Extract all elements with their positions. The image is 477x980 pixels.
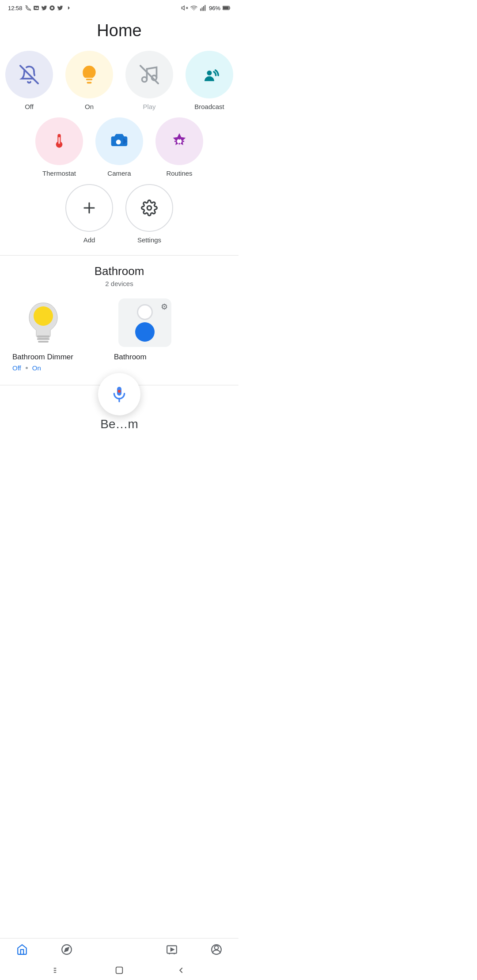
shortcuts-row-1: Off On Play bbox=[0, 51, 238, 117]
svg-point-17 bbox=[142, 77, 147, 82]
dimmer-bulb-icon bbox=[21, 298, 65, 347]
dimmer-on-btn[interactable]: On bbox=[32, 364, 41, 372]
dimmer-name: Bathroom Dimmer bbox=[12, 353, 73, 362]
switch-bottom-circle bbox=[135, 322, 155, 342]
plus-icon bbox=[81, 200, 98, 216]
bathroom-subtitle: 2 devices bbox=[0, 280, 238, 296]
mute-icon bbox=[181, 4, 188, 11]
device-dimmer[interactable]: Bathroom Dimmer Off On bbox=[12, 296, 101, 372]
notif-icons bbox=[25, 5, 71, 11]
svg-rect-33 bbox=[38, 341, 49, 343]
svg-point-29 bbox=[147, 206, 151, 210]
status-bar: 12:58 96% bbox=[0, 0, 238, 14]
thermostat-icon bbox=[49, 132, 69, 151]
battery-pct: 96% bbox=[209, 5, 220, 11]
shortcut-thermostat-label: Thermostat bbox=[42, 170, 76, 177]
shortcut-off[interactable]: Off bbox=[5, 51, 53, 110]
shortcut-routines-label: Routines bbox=[166, 170, 192, 177]
svg-point-36 bbox=[118, 390, 121, 393]
bell-off-icon bbox=[19, 65, 39, 84]
svg-point-5 bbox=[51, 7, 53, 9]
next-section-label: Be…m bbox=[100, 417, 138, 431]
shortcut-on[interactable]: On bbox=[65, 51, 113, 110]
switch-gear-icon: ⚙ bbox=[161, 302, 168, 312]
next-section: Be…m bbox=[0, 417, 238, 434]
svg-point-30 bbox=[34, 306, 53, 326]
battery-icon bbox=[223, 5, 231, 11]
shortcut-play-label: Play bbox=[143, 103, 155, 110]
shortcut-off-label: Off bbox=[25, 103, 34, 110]
bathroom-name: Bathroom bbox=[114, 353, 147, 362]
bathroom-section: Bathroom 2 devices Bathroom Dimmer bbox=[0, 264, 238, 372]
svg-point-20 bbox=[207, 71, 212, 75]
photo-icon bbox=[33, 5, 39, 11]
bathroom-title: Bathroom bbox=[0, 264, 238, 280]
shortcut-camera[interactable]: Camera bbox=[95, 117, 143, 177]
page-title: Home bbox=[0, 14, 238, 51]
missed-call-icon bbox=[25, 5, 31, 11]
music-off-icon bbox=[140, 65, 159, 84]
svg-rect-23 bbox=[58, 137, 60, 144]
status-time: 12:58 bbox=[8, 5, 23, 11]
svg-line-15 bbox=[20, 66, 38, 83]
device-bathroom[interactable]: ⚙ Bathroom bbox=[114, 296, 202, 372]
svg-rect-14 bbox=[223, 7, 229, 10]
shortcuts-row-2: Thermostat Camera Routines bbox=[0, 117, 238, 184]
shortcut-routines[interactable]: Routines bbox=[155, 117, 203, 177]
shortcut-on-label: On bbox=[85, 103, 94, 110]
music-icon bbox=[49, 5, 55, 11]
shortcut-camera-label: Camera bbox=[107, 170, 131, 177]
svg-point-25 bbox=[116, 139, 121, 144]
dimmer-controls: Off On bbox=[12, 364, 41, 372]
signal-icon bbox=[200, 4, 207, 11]
devices-row: Bathroom Dimmer Off On ⚙ Bathroom bbox=[0, 296, 238, 372]
shortcut-settings[interactable]: Settings bbox=[125, 184, 173, 244]
arrow-icon bbox=[65, 5, 71, 11]
twitter-icon-1 bbox=[41, 5, 47, 11]
shortcut-broadcast-label: Broadcast bbox=[194, 103, 224, 110]
section-divider bbox=[0, 255, 238, 256]
svg-rect-11 bbox=[203, 6, 204, 11]
dimmer-off-btn[interactable]: Off bbox=[12, 364, 21, 372]
shortcut-add[interactable]: Add bbox=[65, 184, 113, 244]
svg-rect-32 bbox=[37, 338, 49, 340]
ctrl-separator bbox=[26, 367, 28, 369]
mic-icon bbox=[110, 385, 128, 403]
gear-icon bbox=[141, 200, 158, 216]
bathroom-switch-visual: ⚙ bbox=[118, 298, 171, 347]
mic-fab[interactable] bbox=[98, 373, 140, 415]
wifi-icon bbox=[190, 4, 197, 11]
svg-point-2 bbox=[34, 7, 36, 9]
shortcut-play[interactable]: Play bbox=[125, 51, 173, 110]
svg-rect-9 bbox=[200, 8, 201, 11]
twitter-icon-2 bbox=[57, 5, 63, 11]
shortcut-broadcast[interactable]: Broadcast bbox=[186, 51, 233, 110]
shortcut-thermostat[interactable]: Thermostat bbox=[35, 117, 83, 177]
shortcut-add-label: Add bbox=[83, 236, 95, 244]
switch-top-circle bbox=[137, 304, 153, 320]
camera-icon bbox=[110, 132, 129, 151]
svg-rect-12 bbox=[204, 5, 205, 11]
svg-marker-6 bbox=[182, 6, 184, 10]
broadcast-icon bbox=[200, 65, 219, 84]
routines-icon bbox=[170, 132, 189, 151]
svg-rect-10 bbox=[202, 8, 203, 11]
lightbulb-icon bbox=[80, 65, 99, 84]
svg-rect-31 bbox=[37, 335, 49, 337]
shortcuts-row-3: Add Settings bbox=[0, 184, 238, 251]
shortcut-settings-label: Settings bbox=[137, 236, 161, 244]
